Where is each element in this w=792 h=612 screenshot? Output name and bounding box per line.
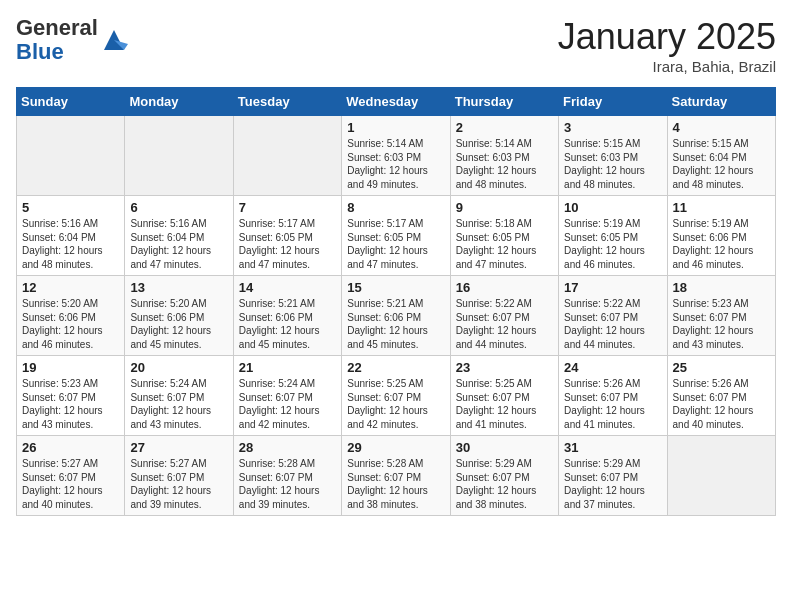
day-cell: 4Sunrise: 5:15 AMSunset: 6:04 PMDaylight… xyxy=(667,116,775,196)
day-cell xyxy=(17,116,125,196)
day-number: 29 xyxy=(347,440,444,455)
day-info: Sunrise: 5:25 AMSunset: 6:07 PMDaylight:… xyxy=(456,377,553,431)
day-info: Sunrise: 5:26 AMSunset: 6:07 PMDaylight:… xyxy=(673,377,770,431)
day-number: 6 xyxy=(130,200,227,215)
day-info: Sunrise: 5:17 AMSunset: 6:05 PMDaylight:… xyxy=(239,217,336,271)
day-info: Sunrise: 5:17 AMSunset: 6:05 PMDaylight:… xyxy=(347,217,444,271)
day-number: 20 xyxy=(130,360,227,375)
day-info: Sunrise: 5:20 AMSunset: 6:06 PMDaylight:… xyxy=(130,297,227,351)
day-number: 14 xyxy=(239,280,336,295)
day-info: Sunrise: 5:24 AMSunset: 6:07 PMDaylight:… xyxy=(130,377,227,431)
day-number: 18 xyxy=(673,280,770,295)
day-cell: 19Sunrise: 5:23 AMSunset: 6:07 PMDayligh… xyxy=(17,356,125,436)
day-number: 24 xyxy=(564,360,661,375)
day-number: 19 xyxy=(22,360,119,375)
day-cell: 28Sunrise: 5:28 AMSunset: 6:07 PMDayligh… xyxy=(233,436,341,516)
day-cell: 9Sunrise: 5:18 AMSunset: 6:05 PMDaylight… xyxy=(450,196,558,276)
day-cell: 17Sunrise: 5:22 AMSunset: 6:07 PMDayligh… xyxy=(559,276,667,356)
day-cell: 2Sunrise: 5:14 AMSunset: 6:03 PMDaylight… xyxy=(450,116,558,196)
day-cell: 29Sunrise: 5:28 AMSunset: 6:07 PMDayligh… xyxy=(342,436,450,516)
day-info: Sunrise: 5:27 AMSunset: 6:07 PMDaylight:… xyxy=(22,457,119,511)
day-info: Sunrise: 5:21 AMSunset: 6:06 PMDaylight:… xyxy=(239,297,336,351)
calendar-title: January 2025 xyxy=(558,16,776,58)
weekday-sunday: Sunday xyxy=(17,88,125,116)
day-number: 30 xyxy=(456,440,553,455)
day-number: 11 xyxy=(673,200,770,215)
week-row-4: 19Sunrise: 5:23 AMSunset: 6:07 PMDayligh… xyxy=(17,356,776,436)
logo-icon xyxy=(100,26,128,54)
logo-blue: Blue xyxy=(16,39,64,64)
weekday-friday: Friday xyxy=(559,88,667,116)
day-info: Sunrise: 5:28 AMSunset: 6:07 PMDaylight:… xyxy=(347,457,444,511)
day-info: Sunrise: 5:28 AMSunset: 6:07 PMDaylight:… xyxy=(239,457,336,511)
day-info: Sunrise: 5:18 AMSunset: 6:05 PMDaylight:… xyxy=(456,217,553,271)
day-cell: 21Sunrise: 5:24 AMSunset: 6:07 PMDayligh… xyxy=(233,356,341,436)
day-number: 10 xyxy=(564,200,661,215)
day-number: 3 xyxy=(564,120,661,135)
day-info: Sunrise: 5:15 AMSunset: 6:03 PMDaylight:… xyxy=(564,137,661,191)
day-info: Sunrise: 5:23 AMSunset: 6:07 PMDaylight:… xyxy=(22,377,119,431)
day-info: Sunrise: 5:24 AMSunset: 6:07 PMDaylight:… xyxy=(239,377,336,431)
day-number: 17 xyxy=(564,280,661,295)
day-info: Sunrise: 5:16 AMSunset: 6:04 PMDaylight:… xyxy=(130,217,227,271)
day-cell: 14Sunrise: 5:21 AMSunset: 6:06 PMDayligh… xyxy=(233,276,341,356)
day-info: Sunrise: 5:20 AMSunset: 6:06 PMDaylight:… xyxy=(22,297,119,351)
day-number: 23 xyxy=(456,360,553,375)
day-cell: 13Sunrise: 5:20 AMSunset: 6:06 PMDayligh… xyxy=(125,276,233,356)
day-number: 1 xyxy=(347,120,444,135)
day-number: 9 xyxy=(456,200,553,215)
day-number: 28 xyxy=(239,440,336,455)
day-number: 4 xyxy=(673,120,770,135)
day-cell: 30Sunrise: 5:29 AMSunset: 6:07 PMDayligh… xyxy=(450,436,558,516)
day-number: 15 xyxy=(347,280,444,295)
day-info: Sunrise: 5:21 AMSunset: 6:06 PMDaylight:… xyxy=(347,297,444,351)
day-number: 26 xyxy=(22,440,119,455)
day-cell: 10Sunrise: 5:19 AMSunset: 6:05 PMDayligh… xyxy=(559,196,667,276)
day-cell: 8Sunrise: 5:17 AMSunset: 6:05 PMDaylight… xyxy=(342,196,450,276)
day-cell xyxy=(125,116,233,196)
weekday-saturday: Saturday xyxy=(667,88,775,116)
day-cell xyxy=(233,116,341,196)
day-cell: 12Sunrise: 5:20 AMSunset: 6:06 PMDayligh… xyxy=(17,276,125,356)
day-cell: 16Sunrise: 5:22 AMSunset: 6:07 PMDayligh… xyxy=(450,276,558,356)
day-cell xyxy=(667,436,775,516)
day-cell: 23Sunrise: 5:25 AMSunset: 6:07 PMDayligh… xyxy=(450,356,558,436)
day-cell: 25Sunrise: 5:26 AMSunset: 6:07 PMDayligh… xyxy=(667,356,775,436)
day-info: Sunrise: 5:25 AMSunset: 6:07 PMDaylight:… xyxy=(347,377,444,431)
day-cell: 31Sunrise: 5:29 AMSunset: 6:07 PMDayligh… xyxy=(559,436,667,516)
day-info: Sunrise: 5:26 AMSunset: 6:07 PMDaylight:… xyxy=(564,377,661,431)
day-number: 5 xyxy=(22,200,119,215)
day-info: Sunrise: 5:29 AMSunset: 6:07 PMDaylight:… xyxy=(564,457,661,511)
day-info: Sunrise: 5:16 AMSunset: 6:04 PMDaylight:… xyxy=(22,217,119,271)
page-header: General Blue January 2025 Irara, Bahia, … xyxy=(16,16,776,75)
day-number: 21 xyxy=(239,360,336,375)
calendar-subtitle: Irara, Bahia, Brazil xyxy=(558,58,776,75)
day-number: 16 xyxy=(456,280,553,295)
day-info: Sunrise: 5:19 AMSunset: 6:05 PMDaylight:… xyxy=(564,217,661,271)
day-cell: 24Sunrise: 5:26 AMSunset: 6:07 PMDayligh… xyxy=(559,356,667,436)
day-number: 31 xyxy=(564,440,661,455)
day-cell: 3Sunrise: 5:15 AMSunset: 6:03 PMDaylight… xyxy=(559,116,667,196)
logo: General Blue xyxy=(16,16,128,64)
day-info: Sunrise: 5:19 AMSunset: 6:06 PMDaylight:… xyxy=(673,217,770,271)
calendar-header: SundayMondayTuesdayWednesdayThursdayFrid… xyxy=(17,88,776,116)
day-info: Sunrise: 5:14 AMSunset: 6:03 PMDaylight:… xyxy=(347,137,444,191)
day-cell: 27Sunrise: 5:27 AMSunset: 6:07 PMDayligh… xyxy=(125,436,233,516)
day-number: 7 xyxy=(239,200,336,215)
day-info: Sunrise: 5:27 AMSunset: 6:07 PMDaylight:… xyxy=(130,457,227,511)
week-row-5: 26Sunrise: 5:27 AMSunset: 6:07 PMDayligh… xyxy=(17,436,776,516)
day-cell: 1Sunrise: 5:14 AMSunset: 6:03 PMDaylight… xyxy=(342,116,450,196)
day-number: 27 xyxy=(130,440,227,455)
day-number: 22 xyxy=(347,360,444,375)
weekday-monday: Monday xyxy=(125,88,233,116)
day-info: Sunrise: 5:29 AMSunset: 6:07 PMDaylight:… xyxy=(456,457,553,511)
day-info: Sunrise: 5:22 AMSunset: 6:07 PMDaylight:… xyxy=(456,297,553,351)
logo-general: General xyxy=(16,15,98,40)
day-info: Sunrise: 5:15 AMSunset: 6:04 PMDaylight:… xyxy=(673,137,770,191)
day-cell: 20Sunrise: 5:24 AMSunset: 6:07 PMDayligh… xyxy=(125,356,233,436)
day-number: 12 xyxy=(22,280,119,295)
title-block: January 2025 Irara, Bahia, Brazil xyxy=(558,16,776,75)
day-info: Sunrise: 5:23 AMSunset: 6:07 PMDaylight:… xyxy=(673,297,770,351)
day-number: 2 xyxy=(456,120,553,135)
week-row-2: 5Sunrise: 5:16 AMSunset: 6:04 PMDaylight… xyxy=(17,196,776,276)
